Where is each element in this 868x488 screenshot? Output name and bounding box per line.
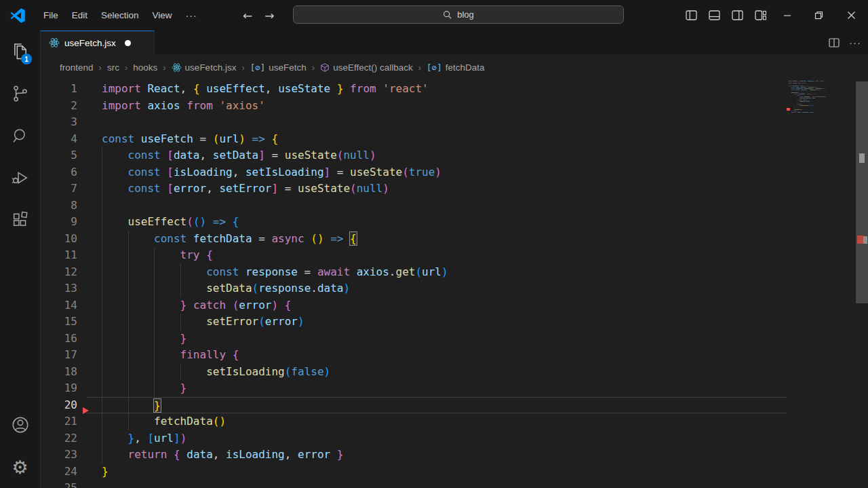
run-debug-icon[interactable] (0, 157, 40, 199)
line-number[interactable]: 22 (41, 430, 87, 447)
menu-file[interactable]: File (37, 7, 65, 24)
line-number[interactable]: 14 (41, 297, 87, 314)
code-line[interactable]: return { data, isLoading, error } (87, 447, 787, 464)
code-lines[interactable]: import React, { useEffect, useState } fr… (87, 81, 787, 488)
breadcrumb-item[interactable]: src (107, 62, 119, 73)
breadcrumb-item[interactable]: [⊘]useFetch (250, 62, 307, 73)
menu-edit[interactable]: Edit (65, 7, 94, 24)
line-number[interactable]: 3 (41, 114, 87, 131)
line-number[interactable]: 20 (41, 397, 87, 414)
line-number[interactable]: 10 (41, 231, 87, 248)
code-line[interactable]: try { (87, 247, 787, 264)
line-number[interactable]: 21 (41, 413, 87, 430)
code-line[interactable]: } (87, 380, 787, 397)
code-line[interactable] (87, 114, 787, 131)
toggle-sidebar-icon[interactable] (679, 0, 703, 31)
close-icon[interactable] (834, 0, 868, 31)
vertical-scrollbar[interactable] (856, 81, 868, 488)
breadcrumb-item[interactable]: [⊘]fetchData (427, 62, 484, 73)
code-line[interactable]: }, [url]) (87, 430, 787, 447)
editor-pane: useFetch.jsx ··· frontend›src›hooks›useF… (41, 31, 868, 488)
line-number-gutter[interactable]: 1234567891011121314151617181920212223242… (41, 81, 87, 488)
code-line[interactable]: useEffect(() => { (87, 214, 787, 231)
line-number[interactable]: 15 (41, 314, 87, 331)
breadcrumb-item[interactable]: useFetch.jsx (172, 62, 237, 73)
code-line[interactable]: } (87, 464, 787, 481)
breadcrumb-item[interactable]: hooks (133, 62, 157, 73)
code-lines[interactable]: import React, { useEffect, useState } fr… (787, 81, 856, 116)
line-number[interactable]: 17 (41, 347, 87, 364)
code-editor[interactable]: 1234567891011121314151617181920212223242… (41, 81, 868, 488)
settings-gear-icon[interactable]: ⚙ (0, 446, 40, 488)
minimize-icon[interactable] (772, 0, 803, 31)
breadcrumb-separator-icon: › (99, 62, 102, 73)
code-line[interactable]: const [data, setData] = useState(null) (87, 147, 787, 164)
command-center-search[interactable]: blog (293, 5, 624, 24)
code-line[interactable] (87, 480, 787, 488)
modified-dot-icon[interactable] (125, 40, 131, 46)
code-line[interactable] (87, 198, 787, 214)
forward-icon[interactable]: → (264, 9, 274, 22)
search-icon (443, 10, 452, 20)
account-icon[interactable] (0, 404, 40, 446)
breadcrumb-item[interactable]: useEffect() callback (320, 62, 413, 73)
line-number[interactable]: 12 (41, 264, 87, 281)
restore-icon[interactable] (803, 0, 834, 31)
code-line[interactable]: fetchData() (87, 413, 787, 430)
code-line[interactable]: const [error, setError] = useState(null) (87, 181, 787, 198)
line-number[interactable]: 1 (41, 81, 87, 98)
code-line[interactable]: setError(error) (87, 314, 787, 331)
source-control-icon[interactable] (0, 73, 40, 115)
line-number[interactable]: 8 (41, 198, 87, 214)
line-number[interactable]: 9 (41, 214, 87, 231)
code-line[interactable]: import React, { useEffect, useState } fr… (87, 81, 787, 98)
line-number[interactable]: 24 (41, 464, 87, 481)
tab-usefetch[interactable]: useFetch.jsx (41, 31, 155, 54)
minimap[interactable]: import React, { useEffect, useState } fr… (787, 81, 856, 488)
indent-guide (128, 398, 129, 413)
toggle-secondary-sidebar-icon[interactable] (726, 0, 749, 31)
code-line[interactable]: import axios from 'axios' (87, 98, 787, 115)
line-number[interactable]: 18 (41, 364, 87, 381)
line-number[interactable]: 13 (41, 280, 87, 297)
code-line[interactable]: const fetchData = async () => { (87, 231, 787, 248)
explorer-icon[interactable]: 1 (0, 31, 40, 73)
line-number[interactable]: 25 (41, 480, 87, 488)
line-number[interactable]: 6 (41, 164, 87, 181)
code-line[interactable]: setData(response.data) (87, 280, 787, 297)
indent-guide (154, 347, 155, 364)
menu-view[interactable]: View (146, 7, 179, 24)
line-number[interactable]: 7 (41, 181, 87, 198)
more-actions-icon[interactable]: ··· (849, 37, 861, 48)
menu-selection[interactable]: Selection (94, 7, 146, 24)
customize-layout-icon[interactable] (749, 0, 772, 31)
code-line[interactable]: const [isLoading, setIsLoading] = useSta… (87, 164, 787, 181)
line-number[interactable]: 4 (41, 131, 87, 148)
search-view-icon[interactable] (0, 115, 40, 157)
toggle-panel-icon[interactable] (703, 0, 726, 31)
title-bar: FileEditSelectionView ··· ← → blog (0, 0, 868, 31)
line-number[interactable]: 2 (41, 98, 87, 115)
breadcrumb-item[interactable]: frontend (60, 62, 94, 73)
scrollbar-thumb[interactable] (856, 81, 868, 303)
line-number[interactable]: 16 (41, 331, 87, 348)
split-editor-icon[interactable] (829, 38, 840, 48)
code-line[interactable]: } catch (error) { (87, 297, 787, 314)
line-number[interactable]: 23 (41, 447, 87, 464)
extensions-icon[interactable] (0, 199, 40, 241)
indent-guide (102, 380, 102, 397)
menubar-more-button[interactable]: ··· (179, 7, 204, 24)
code-line[interactable]: const response = await axios.get(url) (87, 264, 787, 281)
breadcrumbs: frontend›src›hooks›useFetch.jsx›[⊘]useFe… (41, 54, 868, 81)
line-number[interactable]: 19 (41, 380, 87, 397)
line-number[interactable]: 11 (41, 247, 87, 264)
code-line[interactable]: const useFetch = (url) => { (87, 131, 787, 148)
code-line[interactable] (787, 115, 856, 116)
code-line[interactable]: setIsLoading(false) (87, 364, 787, 381)
line-number[interactable]: 5 (41, 147, 87, 164)
code-line[interactable]: } (87, 397, 787, 414)
back-icon[interactable]: ← (243, 9, 252, 22)
code-line[interactable]: finally { (87, 347, 787, 364)
command-center-text: blog (457, 10, 474, 20)
code-line[interactable]: } (87, 331, 787, 348)
